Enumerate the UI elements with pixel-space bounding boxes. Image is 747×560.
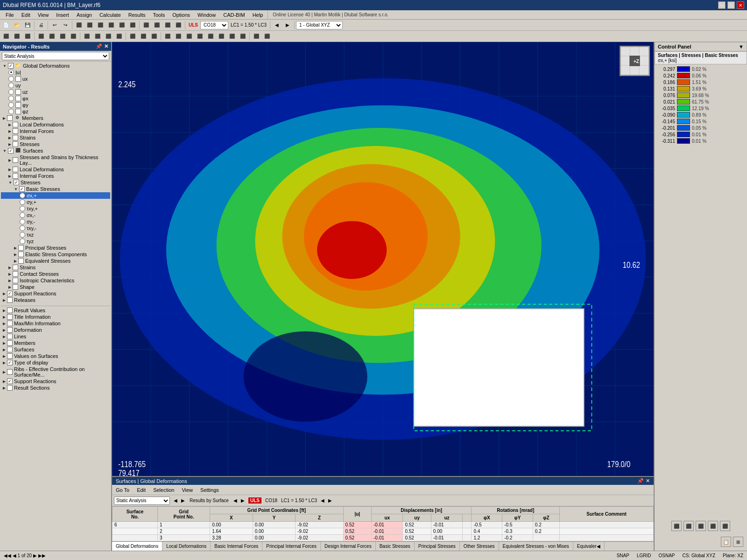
tb2-btn19[interactable]: ⬛	[205, 32, 216, 41]
bottom-close-icon[interactable]: ✕	[646, 478, 650, 484]
nav-elastic-stress-checkbox[interactable]	[18, 252, 24, 257]
nav-sigma-y-plus-radio[interactable]	[20, 199, 25, 205]
nav-support-reactions[interactable]: ▶ Support Reactions	[1, 290, 110, 297]
menu-calculate[interactable]: Calculate	[96, 11, 125, 19]
tab-equivaler[interactable]: Equivaler◀	[573, 542, 605, 551]
menu-window[interactable]: Window	[194, 11, 219, 19]
nav-basic-stresses-checkbox[interactable]	[19, 186, 25, 192]
nav-phiy-checkbox[interactable]	[15, 102, 21, 108]
bottom-settings[interactable]: Settings	[198, 487, 221, 493]
toolbar-btn7[interactable]: ⬛	[141, 21, 151, 30]
tb2-btn10[interactable]: ⬛	[103, 32, 113, 41]
control-panel-collapse[interactable]: ▼	[739, 44, 744, 49]
coord-system-combo[interactable]: 1 - Global XYZ	[296, 21, 343, 29]
nav-local-def-checkbox[interactable]	[13, 122, 18, 127]
nav-stress-thickness-checkbox[interactable]	[13, 157, 18, 163]
nav-pin-btn[interactable]: 📌	[96, 43, 102, 49]
nav-stress-strains-thickness[interactable]: ▶ Stresses and Strains by Thickness Lay.…	[1, 154, 110, 166]
tab-global-deformations[interactable]: Global Deformations	[112, 542, 162, 551]
viewport[interactable]: 2.245 -12.162 10.62 -118.765 79.417 179.…	[112, 42, 654, 476]
tb2-btn17[interactable]: ⬛	[184, 32, 194, 41]
nav-phiz-checkbox[interactable]	[15, 109, 21, 114]
nav-stresses-checkbox[interactable]	[13, 141, 18, 147]
nav-tau-yz[interactable]: τyz	[1, 238, 110, 245]
tb2-btn18[interactable]: ⬛	[195, 32, 205, 41]
nav-deformation-checkbox[interactable]	[7, 327, 13, 333]
nav-support-reactions-checkbox[interactable]	[7, 291, 13, 296]
nav-ux-radio[interactable]	[8, 76, 14, 82]
menu-insert[interactable]: Insert	[52, 11, 73, 19]
nav-ux[interactable]: ux	[1, 76, 110, 82]
nav-elastic-stress[interactable]: ▶ Elastic Stress Components	[1, 251, 110, 258]
undo-btn[interactable]: ↩	[49, 21, 60, 30]
nav-surf-strains-checkbox[interactable]	[13, 265, 18, 270]
tb2-btn6[interactable]: ⬛	[57, 32, 68, 41]
nav-surf-internal-checkbox[interactable]	[13, 173, 18, 179]
nav-tau-xz-radio[interactable]	[20, 232, 25, 238]
tab-equiv-stresses-mises[interactable]: Equivalent Stresses - von Mises	[499, 542, 573, 551]
nav-strains-checkbox[interactable]	[13, 135, 18, 140]
nav-phiz-radio[interactable]	[8, 109, 14, 114]
nav-global-deformations-checkbox[interactable]	[8, 63, 14, 69]
tb2-btn2[interactable]: ⬛	[12, 32, 22, 41]
nav-shape[interactable]: ▶ Shape	[1, 284, 110, 290]
bottom-page-prev[interactable]: ◀	[321, 498, 324, 503]
nav-local-deformations[interactable]: ▶ Local Deformations	[1, 121, 110, 128]
toolbar-btn3[interactable]: ⬛	[95, 21, 106, 30]
nav-result-sections-checkbox[interactable]	[7, 385, 13, 391]
nav-surf-strains[interactable]: ▶ Strains	[1, 264, 110, 271]
legend-btn-1[interactable]: ⬛	[671, 521, 682, 531]
toolbar-btn5[interactable]: ⬛	[117, 21, 127, 30]
nav-equiv-stresses-checkbox[interactable]	[18, 258, 24, 264]
bottom-edit[interactable]: Edit	[135, 487, 148, 493]
close-button[interactable]: ✕	[737, 1, 744, 9]
nav-sigma-x-plus-radio[interactable]	[20, 193, 25, 198]
nav-shape-checkbox[interactable]	[13, 284, 18, 290]
bottom-results-prev[interactable]: ◀	[233, 498, 237, 503]
tb2-btn7[interactable]: ⬛	[68, 32, 78, 41]
nav-result-sections[interactable]: ▶ Result Sections	[1, 385, 110, 391]
nav-sigma-y-minus-radio[interactable]	[20, 219, 25, 224]
menu-options[interactable]: Options	[169, 11, 194, 19]
analysis-combo[interactable]: Static Analysis	[2, 52, 109, 60]
menu-assign[interactable]: Assign	[73, 11, 96, 19]
nav-members-checkbox[interactable]	[7, 115, 13, 121]
nav-uz-radio[interactable]	[8, 89, 14, 95]
tb2-btn15[interactable]: ⬛	[162, 32, 173, 41]
results-table[interactable]: SurfaceNo. GridPoint No. Grid Point Coor…	[112, 506, 654, 541]
nav-support-reactions-2[interactable]: ▶ Support Reactions	[1, 378, 110, 385]
minimize-button[interactable]: ─	[718, 1, 726, 9]
table-row[interactable]: 2 1.64 0.00 -9.02 0.52 -0.01 0.52 0.00 0…	[113, 528, 654, 535]
nav-lines-checkbox[interactable]	[7, 334, 13, 339]
nav-global-deformations[interactable]: ▼ 📁 Global Deformations	[1, 63, 110, 69]
nav-title-info[interactable]: ▶ Title Information	[1, 314, 110, 320]
toolbar-btn4[interactable]: ⬛	[106, 21, 116, 30]
nav-internal-forces-checkbox[interactable]	[13, 128, 18, 134]
bottom-selection[interactable]: Selection	[151, 487, 176, 493]
nav-tau-xz[interactable]: τxz	[1, 231, 110, 238]
nav-ux-checkbox[interactable]	[15, 76, 21, 82]
nav-members-2[interactable]: ▶ Members	[1, 340, 110, 346]
table-row[interactable]: 6 1 0.00 0.00 -9.02 0.52 -0.01 0.52 -0.0…	[113, 522, 654, 528]
tb2-btn8[interactable]: ⬛	[82, 32, 92, 41]
menu-cad-bim[interactable]: CAD-BIM	[219, 11, 248, 19]
nav-tau-xy-plus-radio[interactable]	[20, 206, 25, 211]
bottom-view[interactable]: View	[180, 487, 195, 493]
tb2-btn9[interactable]: ⬛	[92, 32, 103, 41]
nav-u-abs-radio[interactable]	[8, 70, 14, 75]
nav-sigma-x-minus[interactable]: σx,-	[1, 212, 110, 218]
nav-type-display-checkbox[interactable]	[7, 360, 13, 365]
nav-principal-stresses[interactable]: ▶ Principal Stresses	[1, 245, 110, 251]
legend-grid-btn[interactable]: ⊞	[733, 537, 743, 547]
toolbar-btn8[interactable]: ⬛	[152, 21, 162, 30]
nav-deformation[interactable]: ▶ Deformation	[1, 327, 110, 333]
nav-lines[interactable]: ▶ Lines	[1, 333, 110, 340]
tb2-btn22[interactable]: ⬛	[238, 32, 248, 41]
nav-basic-stresses[interactable]: ▼ Basic Stresses	[1, 186, 110, 192]
nav-internal-forces[interactable]: ▶ Internal Forces	[1, 128, 110, 134]
maximize-button[interactable]: □	[727, 1, 735, 9]
tb2-btn5[interactable]: ⬛	[47, 32, 57, 41]
toolbar-btn10[interactable]: ⬛	[173, 21, 183, 30]
menu-results[interactable]: Results	[125, 11, 149, 19]
tb2-btn12[interactable]: ⬛	[127, 32, 138, 41]
